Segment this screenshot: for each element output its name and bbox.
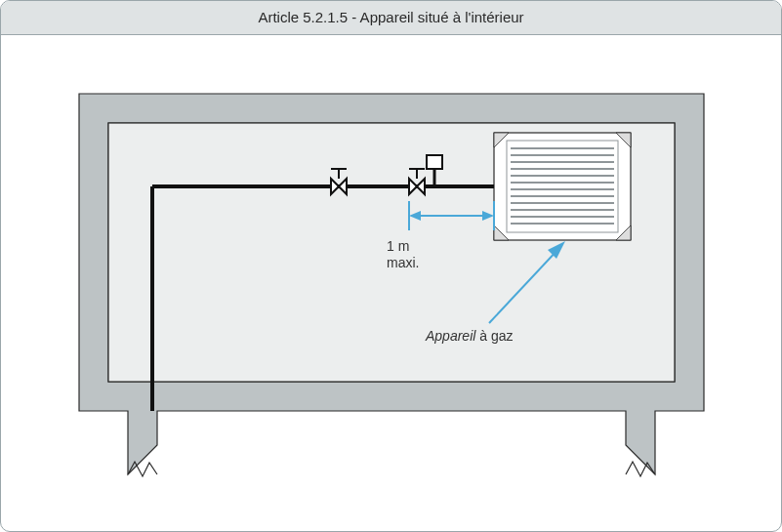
dimension-value: 1 m — [387, 238, 409, 254]
figure-title-text: Article 5.2.1.5 - Appareil situé à l'int… — [258, 9, 523, 25]
dimension-label: 1 m maxi. — [387, 238, 419, 271]
diagram-canvas: 1 m maxi. Appareil à gaz — [1, 35, 781, 532]
appliance-label: Appareil à gaz — [426, 328, 514, 345]
svg-rect-20 — [427, 155, 442, 169]
dimension-qualifier: maxi. — [387, 255, 419, 270]
figure-frame: Article 5.2.1.5 - Appareil situé à l'int… — [0, 0, 782, 532]
appliance-label-rest: à gaz — [475, 328, 513, 344]
appliance-label-italic: Appareil — [426, 328, 475, 344]
figure-title: Article 5.2.1.5 - Appareil situé à l'int… — [1, 1, 781, 35]
gas-appliance — [494, 133, 631, 240]
diagram-svg — [1, 35, 782, 532]
